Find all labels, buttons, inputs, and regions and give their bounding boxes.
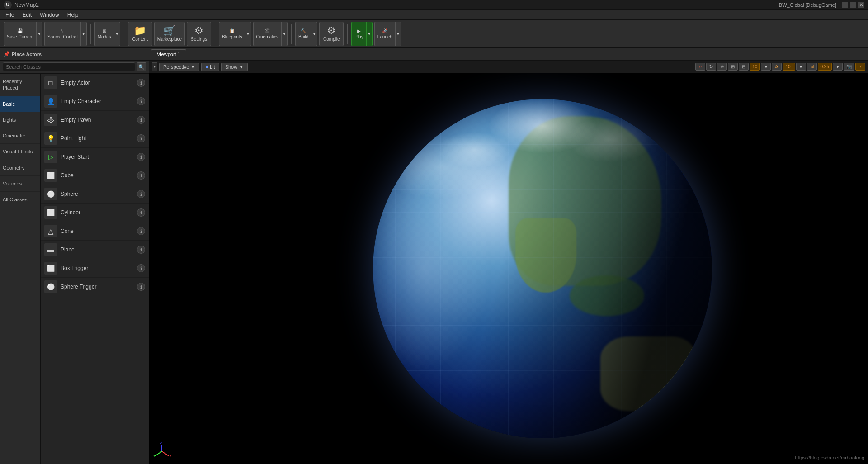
empty-actor-info[interactable]: ℹ (137, 79, 145, 87)
search-input[interactable] (3, 62, 135, 71)
source-control-label: Source Control (47, 34, 78, 39)
source-control-group: ⑂ Source Control ▼ (44, 22, 87, 46)
close-button[interactable]: ✕ (858, 2, 864, 8)
perspective-button[interactable]: Perspective ▼ (159, 63, 199, 71)
viewport-menu-arrow[interactable]: ▼ (152, 62, 157, 71)
list-item-box-trigger[interactable]: ⬜ Box Trigger ℹ (41, 259, 149, 278)
compile-icon: ⚙ (327, 26, 336, 36)
blueprints-button[interactable]: 📋 Blueprints (219, 22, 245, 46)
list-item-cylinder[interactable]: ⬜ Cylinder ℹ (41, 204, 149, 222)
play-icon: ▶ (357, 28, 361, 33)
category-basic[interactable]: Basic (0, 96, 40, 112)
rotate-button[interactable]: ↻ (706, 63, 716, 71)
settings-button[interactable]: ⚙ Settings (187, 22, 211, 46)
list-item-sphere-trigger[interactable]: ⚪ Sphere Trigger ℹ (41, 278, 149, 296)
cube-info[interactable]: ℹ (137, 171, 145, 180)
category-volumes[interactable]: Volumes (0, 176, 40, 192)
toolbar-sep-1 (90, 24, 91, 44)
point-light-info[interactable]: ℹ (137, 134, 145, 142)
cinematics-icon: 🎬 (264, 28, 270, 33)
menu-file[interactable]: File (2, 11, 18, 19)
world-space-button[interactable]: ⊞ (728, 63, 738, 71)
scale-snap-value[interactable]: 0.25 (818, 63, 832, 71)
category-geometry[interactable]: Geometry (0, 160, 40, 176)
cylinder-info[interactable]: ℹ (137, 208, 145, 217)
build-button[interactable]: 🔨 Build (295, 22, 311, 46)
angle-snap-value[interactable]: 10° (783, 63, 795, 71)
minimize-button[interactable]: ─ (842, 2, 848, 8)
launch-arrow[interactable]: ▼ (395, 22, 401, 46)
launch-button[interactable]: 🚀 Launch (374, 22, 395, 46)
maximize-button[interactable]: □ (850, 2, 856, 8)
place-actors-title: Place Actors (12, 52, 42, 57)
plane-info[interactable]: ℹ (137, 246, 145, 254)
box-trigger-icon: ⬜ (44, 262, 57, 275)
surface-snapping-button[interactable]: ⊟ (739, 63, 749, 71)
cinematics-button[interactable]: 🎬 Cinematics (253, 22, 281, 46)
marketplace-button[interactable]: 🛒 Marketplace (154, 22, 185, 46)
left-panel: 📌 Place Actors 🔍 Recently Placed Basic L… (0, 48, 149, 464)
title-bar-controls: BW_Global [DebugGame] ─ □ ✕ (779, 2, 864, 8)
show-button[interactable]: Show ▼ (221, 63, 248, 71)
translate-button[interactable]: ↔ (695, 63, 705, 71)
viewport-canvas[interactable]: X Y Z https://blog.csdn.net/mrbaolong (149, 73, 868, 464)
list-item-empty-pawn[interactable]: 🕹 Empty Pawn ℹ (41, 111, 149, 129)
menu-edit[interactable]: Edit (19, 11, 35, 19)
sphere-trigger-info[interactable]: ℹ (137, 283, 145, 291)
viewport-tab-1[interactable]: Viewport 1 (151, 49, 186, 59)
list-item-sphere[interactable]: ⚪ Sphere ℹ (41, 185, 149, 204)
modes-arrow[interactable]: ▼ (114, 22, 120, 46)
svg-line-2 (155, 451, 162, 456)
save-current-arrow[interactable]: ▼ (36, 22, 42, 46)
build-icon: 🔨 (301, 28, 306, 33)
camera-speed-value[interactable]: 7 (855, 63, 865, 71)
grid-snap-arrow[interactable]: ▼ (761, 63, 771, 71)
grid-snap-value[interactable]: 10 (750, 63, 760, 71)
box-trigger-info[interactable]: ℹ (137, 264, 145, 272)
list-item-empty-actor[interactable]: ◻ Empty Actor ℹ (41, 74, 149, 92)
play-arrow[interactable]: ▼ (366, 22, 373, 46)
list-item-point-light[interactable]: 💡 Point Light ℹ (41, 129, 149, 148)
player-start-info[interactable]: ℹ (137, 153, 145, 161)
menu-window[interactable]: Window (36, 11, 63, 19)
settings-icon: ⚙ (194, 26, 203, 36)
category-cinematic[interactable]: Cinematic (0, 128, 40, 144)
ue-logo: U (4, 1, 12, 9)
blueprints-arrow[interactable]: ▼ (245, 22, 251, 46)
title-bar-left: U NewMap2 (4, 1, 39, 9)
list-item-cube[interactable]: ⬜ Cube ℹ (41, 166, 149, 185)
lit-button[interactable]: ● Lit (201, 63, 219, 71)
list-item-player-start[interactable]: ▷ Player Start ℹ (41, 148, 149, 166)
cone-info[interactable]: ℹ (137, 227, 145, 235)
category-lights[interactable]: Lights (0, 112, 40, 128)
title-bar: U NewMap2 BW_Global [DebugGame] ─ □ ✕ (0, 0, 868, 10)
modes-button[interactable]: ⊞ Modes (94, 22, 114, 46)
list-item-empty-character[interactable]: 👤 Empty Character ℹ (41, 92, 149, 111)
content-button[interactable]: 📁 Content (128, 22, 152, 46)
category-recently-placed[interactable]: Recently Placed (0, 74, 40, 96)
scale-button[interactable]: ⊕ (717, 63, 727, 71)
cylinder-icon: ⬜ (44, 206, 57, 219)
sphere-trigger-label: Sphere Trigger (61, 284, 133, 290)
content-label: Content (132, 37, 148, 42)
compile-button[interactable]: ⚙ Compile (319, 22, 344, 46)
source-control-button[interactable]: ⑂ Source Control (44, 22, 80, 46)
search-button[interactable]: 🔍 (137, 62, 146, 71)
player-start-icon: ▷ (44, 151, 57, 163)
sphere-info[interactable]: ℹ (137, 190, 145, 198)
source-control-arrow[interactable]: ▼ (80, 22, 87, 46)
build-arrow[interactable]: ▼ (311, 22, 317, 46)
play-button[interactable]: ▶ Play (351, 22, 366, 46)
angle-snap-arrow[interactable]: ▼ (796, 63, 806, 71)
point-light-label: Point Light (61, 135, 133, 142)
save-current-button[interactable]: 💾 Save Current (4, 22, 36, 46)
list-item-cone[interactable]: △ Cone ℹ (41, 222, 149, 241)
category-visual-effects[interactable]: Visual Effects (0, 144, 40, 160)
list-item-plane[interactable]: ▬ Plane ℹ (41, 241, 149, 259)
empty-pawn-info[interactable]: ℹ (137, 116, 145, 124)
scale-snap-arrow[interactable]: ▼ (833, 63, 843, 71)
cinematics-arrow[interactable]: ▼ (281, 22, 288, 46)
category-all-classes[interactable]: All Classes (0, 192, 40, 208)
empty-character-info[interactable]: ℹ (137, 97, 145, 105)
menu-help[interactable]: Help (64, 11, 82, 19)
